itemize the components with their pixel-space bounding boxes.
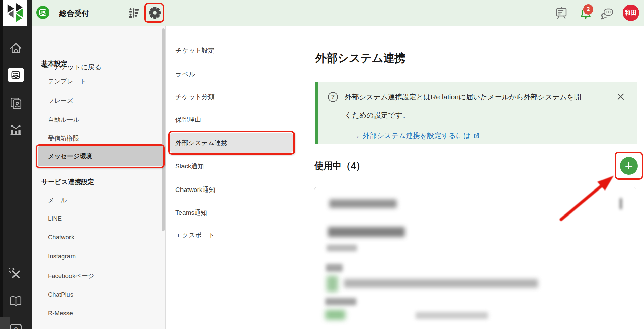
chart-icon (9, 124, 22, 136)
sidebar-item-tickets-active[interactable] (8, 68, 24, 82)
close-icon (617, 93, 624, 100)
nav-scrollbar[interactable] (162, 28, 165, 231)
external-link-icon (473, 132, 480, 140)
nav-item-facebook[interactable]: Facebookページ (48, 272, 94, 280)
left-rail-edge (0, 0, 3, 329)
nav-item-phrases[interactable]: フレーズ (48, 96, 73, 105)
sidebar-item-analytics[interactable] (9, 123, 23, 137)
blurred-url-value (344, 279, 538, 288)
menu-item-chatwork-notify[interactable]: Chatwork通知 (175, 185, 215, 194)
divider (36, 51, 160, 51)
relation-logo-icon (5, 3, 24, 23)
info-banner-text-line2: くための設定です。 (345, 110, 410, 120)
link-arrow: → (353, 132, 360, 140)
page-title: 外部システム連携 (315, 51, 405, 66)
link-text: 外部システム連携を設定するには (363, 131, 470, 141)
nav-item-chatplus[interactable]: ChatPlus (48, 291, 73, 298)
inbox-name: 総合受付 (59, 8, 89, 19)
members-list-icon (128, 7, 139, 19)
nav-item-line[interactable]: LINE (48, 215, 62, 222)
menu-item-teams-notify[interactable]: Teams通知 (175, 208, 207, 217)
settings-nav-panel: ← チケットに戻る 基本設定 テンプレート フレーズ 自動ルール 受信箱権限 メ… (32, 26, 166, 329)
blurred-green-badge (325, 310, 345, 320)
ticket-inbox-icon (39, 8, 47, 17)
divider (36, 170, 160, 170)
settings-menu-panel: チケット設定 ラベル チケット分類 保留理由 外部システム連携 Slack通知 … (166, 26, 301, 329)
chat-support-button[interactable] (600, 8, 614, 20)
contacts-icon (9, 97, 22, 109)
blurred-field-label (328, 227, 405, 237)
announcements-button[interactable] (555, 7, 568, 19)
nav-item-mail[interactable]: メール (48, 196, 67, 204)
annotation-box-external-system (168, 131, 295, 155)
info-banner-link[interactable]: → 外部システム連携を設定するには (353, 131, 480, 141)
sidebar-item-help[interactable]: ? (10, 324, 22, 329)
main-content: 外部システム連携 ? 外部システム連携設定とはRe:lationに届いたメールか… (301, 26, 644, 329)
announcement-board-icon (555, 7, 568, 19)
blurred-field-value (327, 245, 357, 251)
menu-item-ticket-settings[interactable]: チケット設定 (175, 46, 215, 55)
nav-item-rmesse[interactable]: R-Messe (48, 310, 73, 317)
sidebar-item-tools[interactable] (9, 267, 23, 281)
inbox-icon-badge[interactable] (36, 6, 49, 19)
app-logo (3, 0, 27, 26)
kebab-menu-icon[interactable] (620, 198, 622, 209)
app-window: ? 総合受付 (0, 0, 644, 329)
rail-bottom-corner (0, 317, 10, 329)
menu-item-labels[interactable]: ラベル (175, 70, 195, 79)
home-icon (9, 42, 22, 54)
menu-item-hold-reason[interactable]: 保留理由 (175, 115, 201, 124)
blurred-card-title (329, 199, 397, 208)
nav-item-inbox-permissions[interactable]: 受信箱権限 (48, 134, 79, 143)
blurred-field-label (326, 264, 343, 272)
menu-item-slack[interactable]: Slack通知 (175, 162, 204, 171)
question-glyph: ? (331, 94, 335, 100)
nav-item-template[interactable]: テンプレート (48, 77, 86, 85)
annotation-box-message-env (36, 144, 165, 168)
ticket-inbox-icon (11, 70, 21, 80)
nav-item-chatwork[interactable]: Chatwork (48, 234, 74, 241)
top-bar: 総合受付 (32, 0, 644, 26)
nav-item-auto-rules[interactable]: 自動ルール (48, 115, 79, 124)
sidebar-item-guide[interactable] (9, 294, 23, 308)
book-icon (9, 295, 22, 308)
info-banner: ? 外部システム連携設定とはRe:lationに届いたメールから外部システムを開… (315, 82, 637, 144)
avatar-initials: 和田 (625, 9, 637, 17)
info-banner-text-line1: 外部システム連携設定とはRe:lationに届いたメールから外部システムを開 (345, 92, 581, 102)
blurred-field-label (325, 298, 356, 305)
help-icon: ? (14, 326, 18, 329)
nav-item-instagram[interactable]: Instagram (48, 253, 76, 260)
sidebar-item-contacts[interactable] (9, 96, 23, 110)
member-settings-button[interactable] (128, 7, 140, 19)
nav-section-basic-title: 基本設定 (41, 59, 67, 68)
question-icon: ? (328, 92, 338, 102)
sidebar-item-home[interactable] (9, 41, 23, 55)
menu-item-export[interactable]: エクスポート (175, 231, 215, 240)
chat-bubbles-icon (600, 8, 614, 20)
integration-card (314, 187, 636, 329)
info-banner-close-button[interactable] (616, 92, 625, 101)
in-use-heading: 使用中（4） (314, 160, 365, 172)
nav-section-services-title: サービス連携設定 (41, 177, 94, 186)
notification-count: 2 (587, 6, 590, 12)
user-avatar[interactable]: 和田 (623, 5, 639, 21)
annotation-box-add-button (615, 152, 643, 180)
tools-icon (9, 268, 22, 281)
blurred-green-badge (327, 276, 338, 292)
annotation-box-gear (144, 3, 164, 23)
menu-item-ticket-category[interactable]: チケット分類 (175, 93, 215, 101)
blurred-centered-text (416, 312, 488, 319)
notification-count-badge: 2 (583, 4, 593, 15)
